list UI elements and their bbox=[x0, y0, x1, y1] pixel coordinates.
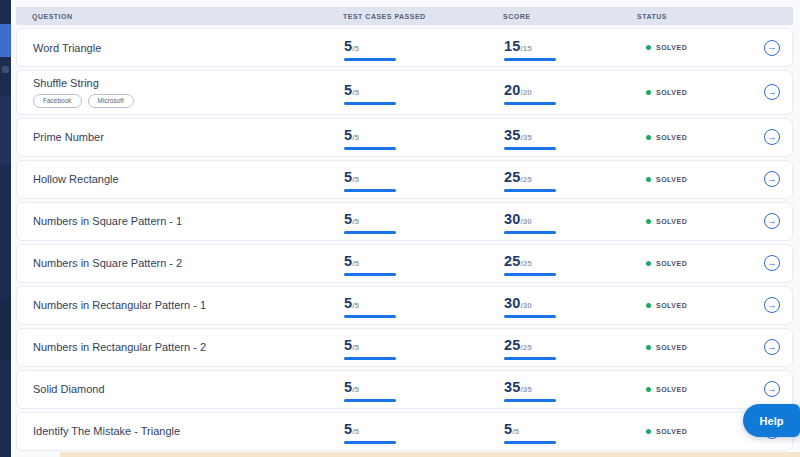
score-cell: 15/15 bbox=[504, 35, 638, 61]
sidebar-active-item[interactable] bbox=[0, 24, 11, 57]
solved-dot-icon bbox=[646, 261, 651, 266]
open-question-arrow-icon[interactable]: → bbox=[764, 213, 780, 229]
test-cases-progress-bar bbox=[344, 102, 396, 105]
status-cell: SOLVED bbox=[638, 344, 756, 351]
score-value: 25 bbox=[504, 337, 521, 353]
table-row[interactable]: Shuffle String FacebookMicrosoft 5/5 20/… bbox=[16, 70, 793, 115]
question-cell: Hollow Rectangle bbox=[33, 167, 344, 191]
status-badge: SOLVED bbox=[656, 176, 687, 183]
status-badge: SOLVED bbox=[656, 89, 687, 96]
test-cases-total-value: /5 bbox=[352, 175, 359, 184]
score-value: 30 bbox=[504, 211, 521, 227]
solved-dot-icon bbox=[646, 90, 651, 95]
status-badge: SOLVED bbox=[656, 218, 687, 225]
test-cases-cell: 5/5 bbox=[344, 250, 504, 276]
score-value: 35 bbox=[504, 127, 521, 143]
test-cases-progress-bar bbox=[344, 315, 396, 318]
table-row[interactable]: Solid Diamond 5/5 35/35 SOLVED → bbox=[16, 370, 793, 409]
solved-dot-icon bbox=[646, 45, 651, 50]
arrow-cell: → bbox=[756, 381, 792, 397]
help-button[interactable]: Help bbox=[743, 404, 800, 437]
status-cell: SOLVED bbox=[638, 260, 756, 267]
test-cases-progress-bar bbox=[344, 357, 396, 360]
status-cell: SOLVED bbox=[638, 302, 756, 309]
score-total-value: /30 bbox=[521, 301, 532, 310]
collapsed-sidebar[interactable] bbox=[0, 0, 11, 457]
table-header-row: QUESTION TEST CASES PASSED SCORE STATUS bbox=[16, 7, 793, 25]
open-question-arrow-icon[interactable]: → bbox=[764, 40, 780, 56]
score-cell: 25/25 bbox=[504, 166, 638, 192]
status-cell: SOLVED bbox=[638, 218, 756, 225]
status-cell: SOLVED bbox=[638, 89, 756, 96]
test-cases-total-value: /5 bbox=[352, 385, 359, 394]
table-row[interactable]: Hollow Rectangle 5/5 25/25 SOLVED → bbox=[16, 160, 793, 199]
score-progress-bar bbox=[504, 357, 556, 360]
table-row[interactable]: Numbers in Rectangular Pattern - 2 5/5 2… bbox=[16, 328, 793, 367]
status-cell: SOLVED bbox=[638, 176, 756, 183]
test-cases-cell: 5/5 bbox=[344, 376, 504, 402]
question-cell: Identify The Mistake - Triangle bbox=[33, 419, 344, 443]
open-question-arrow-icon[interactable]: → bbox=[764, 255, 780, 271]
test-cases-progress-bar bbox=[344, 58, 396, 61]
bottom-banner-edge bbox=[60, 452, 800, 457]
score-cell: 35/35 bbox=[504, 124, 638, 150]
question-cell: Solid Diamond bbox=[33, 377, 344, 401]
test-cases-total-value: /5 bbox=[352, 133, 359, 142]
test-cases-cell: 5/5 bbox=[344, 79, 504, 105]
score-progress-bar bbox=[504, 315, 556, 318]
score-value: 15 bbox=[504, 38, 521, 54]
test-cases-progress-bar bbox=[344, 189, 396, 192]
question-title: Hollow Rectangle bbox=[33, 173, 336, 185]
open-question-arrow-icon[interactable]: → bbox=[764, 129, 780, 145]
score-value: 30 bbox=[504, 295, 521, 311]
question-tags: FacebookMicrosoft bbox=[33, 94, 336, 108]
score-value: 25 bbox=[504, 253, 521, 269]
test-cases-total-value: /5 bbox=[352, 88, 359, 97]
score-progress-bar bbox=[504, 102, 556, 105]
score-total-value: /35 bbox=[521, 385, 532, 394]
score-cell: 5/5 bbox=[504, 418, 638, 444]
score-progress-bar bbox=[504, 189, 556, 192]
score-cell: 30/30 bbox=[504, 208, 638, 234]
table-row[interactable]: Numbers in Square Pattern - 1 5/5 30/30 … bbox=[16, 202, 793, 241]
question-title: Numbers in Square Pattern - 1 bbox=[33, 215, 336, 227]
question-cell: Word Triangle bbox=[33, 36, 344, 60]
test-cases-cell: 5/5 bbox=[344, 124, 504, 150]
score-cell: 25/25 bbox=[504, 250, 638, 276]
question-title: Word Triangle bbox=[33, 42, 336, 54]
question-title: Prime Number bbox=[33, 131, 336, 143]
open-question-arrow-icon[interactable]: → bbox=[764, 339, 780, 355]
test-cases-cell: 5/5 bbox=[344, 208, 504, 234]
test-cases-cell: 5/5 bbox=[344, 166, 504, 192]
arrow-cell: → bbox=[756, 213, 792, 229]
test-cases-progress-bar bbox=[344, 399, 396, 402]
arrow-cell: → bbox=[756, 297, 792, 313]
status-cell: SOLVED bbox=[638, 134, 756, 141]
table-row[interactable]: Word Triangle 5/5 15/15 SOLVED → bbox=[16, 28, 793, 67]
table-row[interactable]: Prime Number 5/5 35/35 SOLVED → bbox=[16, 118, 793, 157]
open-question-arrow-icon[interactable]: → bbox=[764, 171, 780, 187]
table-row[interactable]: Identify The Mistake - Triangle 5/5 5/5 … bbox=[16, 412, 793, 451]
status-badge: SOLVED bbox=[656, 134, 687, 141]
table-row[interactable]: Numbers in Rectangular Pattern - 1 5/5 3… bbox=[16, 286, 793, 325]
sidebar-menu-icon[interactable] bbox=[2, 66, 9, 73]
open-question-arrow-icon[interactable]: → bbox=[764, 297, 780, 313]
question-title: Shuffle String bbox=[33, 77, 336, 89]
score-progress-bar bbox=[504, 58, 556, 61]
question-cell: Shuffle String FacebookMicrosoft bbox=[33, 71, 344, 114]
open-question-arrow-icon[interactable]: → bbox=[764, 84, 780, 100]
column-header-question: QUESTION bbox=[32, 13, 343, 20]
test-cases-progress-bar bbox=[344, 441, 396, 444]
test-cases-cell: 5/5 bbox=[344, 292, 504, 318]
score-total-value: /35 bbox=[521, 133, 532, 142]
question-title: Solid Diamond bbox=[33, 383, 336, 395]
open-question-arrow-icon[interactable]: → bbox=[764, 381, 780, 397]
score-total-value: /20 bbox=[521, 88, 532, 97]
score-total-value: /25 bbox=[521, 343, 532, 352]
score-progress-bar bbox=[504, 273, 556, 276]
table-row[interactable]: Numbers in Square Pattern - 2 5/5 25/25 … bbox=[16, 244, 793, 283]
test-cases-cell: 5/5 bbox=[344, 418, 504, 444]
score-cell: 20/20 bbox=[504, 79, 638, 105]
question-title: Numbers in Rectangular Pattern - 1 bbox=[33, 299, 336, 311]
solved-dot-icon bbox=[646, 345, 651, 350]
